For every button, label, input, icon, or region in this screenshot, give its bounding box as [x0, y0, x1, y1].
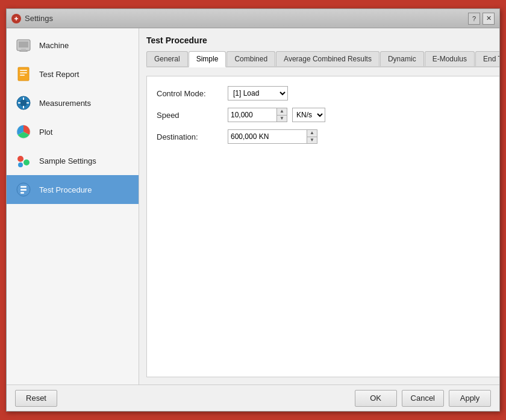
report-icon	[14, 64, 33, 84]
destination-spin-buttons: ▲ ▼	[307, 130, 317, 143]
destination-down-button[interactable]: ▼	[307, 137, 317, 144]
window-footer: Reset OK Cancel Apply	[7, 384, 499, 411]
svg-rect-9	[20, 72, 27, 73]
speed-down-button[interactable]: ▼	[277, 116, 287, 122]
svg-rect-24	[20, 192, 24, 194]
sidebar-item-test-report[interactable]: Test Report	[7, 60, 139, 88]
control-mode-row: Control Mode: [1] Load	[157, 86, 499, 100]
sidebar-item-plot[interactable]: Plot	[7, 117, 139, 146]
ok-button[interactable]: OK	[355, 390, 397, 407]
plot-icon	[14, 122, 33, 141]
svg-rect-13	[23, 97, 24, 100]
speed-up-button[interactable]: ▲	[277, 108, 287, 116]
speed-row: Speed ▲ ▼ KN/s	[157, 108, 499, 122]
cancel-button[interactable]: Cancel	[402, 390, 444, 407]
destination-input[interactable]	[228, 130, 307, 143]
tab-e-modulus[interactable]: E-Modulus	[425, 51, 475, 66]
svg-rect-23	[20, 189, 27, 191]
title-buttons: ? ✕	[468, 13, 495, 25]
window-icon	[11, 14, 21, 23]
measurements-icon	[14, 93, 33, 113]
reset-button[interactable]: Reset	[15, 390, 57, 407]
tab-simple[interactable]: Simple	[189, 51, 226, 67]
tab-end-test[interactable]: End Test	[475, 51, 499, 66]
sample-settings-icon	[14, 151, 33, 170]
tab-combined[interactable]: Combined	[226, 51, 275, 66]
svg-rect-5	[21, 49, 26, 51]
sidebar-item-measurements[interactable]: Measurements	[7, 88, 139, 117]
destination-label: Destination:	[157, 132, 223, 141]
test-procedure-icon	[14, 180, 33, 199]
speed-input-group: ▲ ▼	[228, 108, 287, 122]
close-button[interactable]: ✕	[483, 13, 495, 25]
window-title: Settings	[25, 14, 53, 23]
svg-point-18	[17, 156, 23, 162]
sidebar-label-sample-settings: Sample Settings	[39, 156, 96, 165]
svg-rect-10	[20, 75, 25, 76]
svg-point-20	[18, 162, 23, 167]
title-bar-left: Settings	[11, 14, 53, 23]
tab-general[interactable]: General	[146, 51, 188, 66]
svg-point-19	[23, 159, 30, 165]
svg-rect-4	[19, 42, 28, 48]
settings-window: Settings ? ✕ Machine	[6, 8, 500, 412]
svg-rect-16	[27, 102, 29, 103]
machine-icon	[14, 36, 33, 55]
svg-rect-6	[19, 51, 28, 52]
sidebar-item-test-procedure[interactable]: Test Procedure	[7, 175, 139, 204]
speed-spin-buttons: ▲ ▼	[276, 108, 287, 122]
tab-bar: General Simple Combined Average Combined…	[146, 51, 499, 67]
section-title: Test Procedure	[146, 36, 499, 45]
sidebar-label-test-report: Test Report	[39, 70, 79, 79]
sidebar-label-measurements: Measurements	[39, 99, 91, 108]
apply-button[interactable]: Apply	[449, 390, 491, 407]
tab-dynamic[interactable]: Dynamic	[380, 51, 424, 66]
svg-rect-8	[20, 70, 27, 71]
sidebar-label-plot: Plot	[39, 128, 52, 137]
help-button[interactable]: ?	[468, 13, 480, 25]
svg-rect-7	[18, 67, 29, 81]
sidebar-label-test-procedure: Test Procedure	[39, 185, 92, 194]
destination-row: Destination: ▲ ▼	[157, 129, 499, 144]
svg-rect-15	[18, 102, 20, 103]
tab-avg-combined[interactable]: Average Combined Results	[276, 51, 380, 66]
form-area: Control Mode: [1] Load Speed ▲ ▼	[146, 76, 499, 377]
sidebar-item-machine[interactable]: Machine	[7, 31, 139, 60]
speed-label: Speed	[157, 111, 223, 120]
svg-rect-14	[23, 106, 24, 108]
destination-input-group: ▲ ▼	[228, 129, 317, 144]
svg-rect-22	[20, 186, 27, 188]
sidebar: Machine Test Report	[7, 28, 139, 384]
control-mode-label: Control Mode:	[157, 89, 223, 98]
main-content: Test Procedure General Simple Combined A…	[139, 28, 499, 384]
speed-unit-select[interactable]: KN/s	[292, 108, 325, 122]
footer-right-buttons: OK Cancel Apply	[355, 390, 491, 407]
svg-point-12	[20, 99, 27, 107]
window-body: Machine Test Report	[7, 28, 499, 384]
destination-up-button[interactable]: ▲	[307, 130, 317, 137]
sidebar-label-machine: Machine	[39, 41, 69, 50]
speed-input[interactable]	[228, 108, 276, 122]
title-bar: Settings ? ✕	[7, 9, 499, 28]
control-mode-select[interactable]: [1] Load	[228, 86, 288, 100]
sidebar-item-sample-settings[interactable]: Sample Settings	[7, 146, 139, 175]
